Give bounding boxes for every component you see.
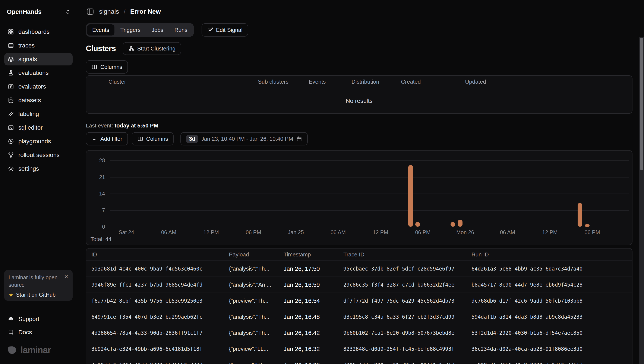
clusters-empty-state: No results bbox=[86, 88, 632, 114]
cell-run-id: 53f2d1d4-2920-4030-b1a6-df54e7aec850 bbox=[472, 330, 632, 336]
clusters-columns-label: Columns bbox=[100, 64, 122, 70]
chart-bar[interactable] bbox=[450, 222, 455, 227]
sidebar-toggle-icon[interactable] bbox=[86, 7, 94, 16]
filter-icon bbox=[92, 136, 97, 142]
column-header-cluster[interactable]: Cluster bbox=[108, 79, 258, 85]
table-row[interactable]: 5a3a681d-4c4c-400c-9ba9-f4d563c0460c{"an… bbox=[86, 261, 632, 277]
range-preset-badge: 3d bbox=[186, 135, 198, 143]
events-columns-button[interactable]: Columns bbox=[132, 132, 174, 145]
table-row[interactable]: f6a77b42-8cbf-435b-9756-eb53e99250e3{"pr… bbox=[86, 293, 632, 309]
chart-bar[interactable] bbox=[408, 165, 413, 227]
table-row[interactable]: 4d288654-78a4-4a33-90db-2836ff91c1f7{"an… bbox=[86, 325, 632, 341]
column-header-run-id[interactable]: Run ID bbox=[472, 251, 632, 258]
cell-id: f6a77b42-8cbf-435b-9756-eb53e99250e3 bbox=[92, 298, 229, 304]
gridline bbox=[110, 227, 629, 227]
events-table-body: 5a3a681d-4c4c-400c-9ba9-f4d563c0460c{"an… bbox=[86, 261, 632, 364]
column-header-payload[interactable]: Payload bbox=[229, 251, 284, 258]
cell-payload: {"analysis":"Th... bbox=[229, 265, 284, 272]
evaluations-flask-icon bbox=[8, 70, 14, 76]
scrollbar-thumb[interactable] bbox=[640, 38, 643, 170]
column-header-created[interactable]: Created bbox=[401, 79, 465, 85]
cell-trace-id: d3e195c8-c34a-6a33-6f27-cb2f3d37cd99 bbox=[343, 314, 472, 320]
discord-icon bbox=[8, 316, 14, 322]
tab-runs[interactable]: Runs bbox=[169, 24, 192, 36]
edit-signal-button[interactable]: Edit Signal bbox=[202, 23, 248, 37]
workspace-switcher[interactable]: OpenHands bbox=[0, 0, 77, 18]
sidebar-item-label: evaluators bbox=[18, 83, 46, 90]
cell-run-id: ea828a7f-7156-41e8-8429-7e2df6add1fd bbox=[472, 362, 632, 364]
tab-events[interactable]: Events bbox=[87, 24, 114, 36]
table-row[interactable]: 9946f89e-ffc1-4237-b7bd-9685c94de4fd{"an… bbox=[86, 277, 632, 293]
date-range-picker[interactable]: 3d Jan 23, 10:40 PM - Jan 26, 10:40 PM bbox=[180, 132, 308, 145]
column-header-trace-id[interactable]: Trace ID bbox=[343, 251, 472, 258]
table-row[interactable]: 3b924cfa-e324-49bb-a696-6c4181d5f18f{"pr… bbox=[86, 341, 632, 357]
start-clustering-label: Start Clustering bbox=[137, 45, 176, 52]
sidebar-item-dashboards[interactable]: dashboards bbox=[4, 26, 72, 38]
chart-bar[interactable] bbox=[458, 220, 462, 227]
sidebar-item-sql-editor[interactable]: sql editor bbox=[4, 121, 72, 134]
x-tick-label: Mon 26 bbox=[456, 229, 474, 236]
cell-run-id: 36c234da-d02a-40ca-ab28-91f8086ee3d0 bbox=[472, 346, 632, 352]
breadcrumb-section[interactable]: signals bbox=[99, 8, 119, 15]
table-row[interactable]: 4f18d7c6-1864-427d-9d32-554b5b6cdd47{"pr… bbox=[86, 357, 632, 364]
sidebar-nav: dashboards traces signals evaluations ev… bbox=[0, 18, 77, 175]
sidebar-item-settings[interactable]: settings bbox=[4, 162, 72, 175]
sidebar-item-label: rollout sessions bbox=[18, 152, 60, 158]
sidebar-item-datasets[interactable]: datasets bbox=[4, 94, 72, 106]
sidebar-item-label: traces bbox=[18, 42, 34, 49]
cell-payload: {"analysis":"Th... bbox=[229, 329, 284, 336]
add-filter-button[interactable]: Add filter bbox=[86, 132, 128, 145]
cell-payload: {"analysis":"Th... bbox=[229, 313, 284, 320]
breadcrumb: signals / Error New bbox=[86, 6, 644, 18]
last-event-value: today at 5:50 PM bbox=[114, 122, 158, 129]
column-header-distribution[interactable]: Distribution bbox=[352, 79, 401, 85]
x-tick-label: 12 PM bbox=[373, 229, 388, 236]
x-tick-label: Sat 24 bbox=[119, 229, 134, 236]
sidebar-item-signals[interactable]: signals bbox=[4, 53, 72, 65]
docs-link[interactable]: Docs bbox=[4, 326, 72, 338]
sql-editor-terminal-icon bbox=[8, 124, 14, 131]
laminar-logo-icon bbox=[7, 345, 18, 355]
close-icon[interactable]: ✕ bbox=[64, 274, 68, 280]
sidebar-item-label: datasets bbox=[18, 97, 41, 104]
x-tick-label: 06 AM bbox=[330, 229, 346, 236]
playgrounds-play-icon bbox=[8, 138, 14, 144]
columns-icon bbox=[137, 136, 143, 142]
tabs-row: Events Triggers Jobs Runs Edit Signal bbox=[86, 23, 644, 37]
clusters-columns-button[interactable]: Columns bbox=[86, 60, 128, 74]
chart-bar[interactable] bbox=[415, 222, 420, 227]
star-github-link[interactable]: ★ Star it on GitHub bbox=[8, 292, 68, 298]
column-header-updated[interactable]: Updated bbox=[465, 79, 632, 85]
chart-bar[interactable] bbox=[578, 203, 582, 227]
sidebar-item-label: dashboards bbox=[18, 29, 50, 35]
column-header-events[interactable]: Events bbox=[309, 79, 352, 85]
y-tick-label: 14 bbox=[99, 191, 105, 197]
breadcrumb-separator: / bbox=[124, 8, 125, 15]
table-row[interactable]: 649791ce-f354-407d-b3e2-ba299aeb62fc{"an… bbox=[86, 309, 632, 325]
settings-gear-icon bbox=[8, 165, 14, 172]
column-header-timestamp[interactable]: Timestamp bbox=[284, 251, 343, 258]
scrollbar-track[interactable] bbox=[639, 37, 644, 364]
column-header-id[interactable]: ID bbox=[92, 251, 229, 258]
laminar-wordmark: laminar bbox=[20, 345, 51, 355]
tab-jobs[interactable]: Jobs bbox=[146, 24, 168, 36]
laminar-brand: laminar bbox=[7, 345, 51, 355]
sidebar-item-labeling[interactable]: labeling bbox=[4, 108, 72, 120]
y-tick-label: 0 bbox=[102, 224, 105, 230]
cell-id: 4d288654-78a4-4a33-90db-2836ff91c1f7 bbox=[92, 330, 229, 336]
sidebar-item-label: settings bbox=[18, 165, 39, 172]
sidebar-item-evaluations[interactable]: evaluations bbox=[4, 67, 72, 79]
sidebar-item-rollout-sessions[interactable]: rollout sessions bbox=[4, 149, 72, 161]
chart-bar[interactable] bbox=[585, 224, 590, 227]
tab-triggers[interactable]: Triggers bbox=[115, 24, 146, 36]
support-link[interactable]: Support bbox=[4, 313, 72, 325]
sidebar-item-evaluators[interactable]: evaluators bbox=[4, 80, 72, 93]
cell-run-id: dc768db6-d17f-42c6-9add-50fcb7103bb8 bbox=[472, 298, 632, 304]
column-header-sub-clusters[interactable]: Sub clusters bbox=[258, 79, 309, 85]
sidebar-item-playgrounds[interactable]: playgrounds bbox=[4, 135, 72, 147]
start-clustering-button[interactable]: Start Clustering bbox=[123, 42, 181, 55]
sidebar-item-traces[interactable]: traces bbox=[4, 39, 72, 52]
events-chart: 07142128 Sat 2406 AM12 PM06 PMJan 2506 A… bbox=[86, 150, 632, 245]
chevrons-up-down-icon bbox=[65, 9, 71, 15]
last-event: Last event: today at 5:50 PM bbox=[86, 122, 644, 129]
